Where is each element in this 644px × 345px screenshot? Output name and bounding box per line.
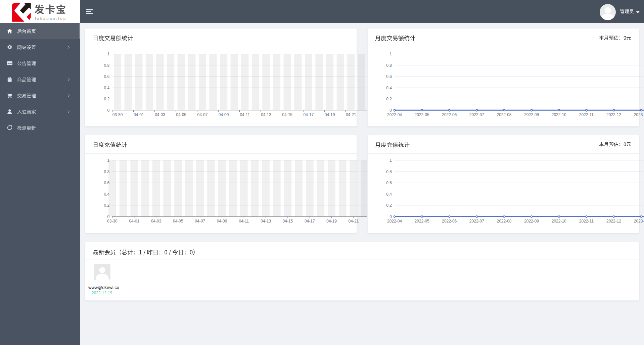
svg-text:04-15: 04-15 (282, 112, 292, 117)
svg-text:0: 0 (107, 108, 110, 113)
svg-text:2023-01: 2023-01 (634, 219, 644, 224)
svg-text:NEW: NEW (8, 62, 12, 64)
svg-text:1: 1 (107, 52, 110, 56)
svg-text:2022-07: 2022-07 (469, 112, 484, 117)
svg-text:0.2: 0.2 (104, 97, 110, 101)
svg-text:0.8: 0.8 (104, 63, 110, 68)
svg-text:2022-04: 2022-04 (387, 219, 402, 224)
svg-text:2022-04: 2022-04 (387, 112, 402, 117)
svg-text:0: 0 (389, 214, 392, 219)
svg-text:04-03: 04-03 (151, 219, 162, 224)
svg-text:03-30: 03-30 (107, 219, 118, 224)
svg-text:04-13: 04-13 (261, 112, 271, 117)
svg-text:0.8: 0.8 (386, 63, 392, 68)
svg-text:1: 1 (389, 52, 392, 56)
svg-text:04-21: 04-21 (349, 219, 359, 224)
svg-text:04-17: 04-17 (305, 219, 315, 224)
svg-text:0.6: 0.6 (386, 181, 392, 185)
svg-text:04-19: 04-19 (325, 112, 335, 117)
svg-text:04-15: 04-15 (283, 219, 293, 224)
svg-text:2022-05: 2022-05 (415, 219, 429, 224)
svg-text:04-21: 04-21 (346, 112, 356, 117)
svg-text:2022-12: 2022-12 (606, 219, 621, 224)
svg-text:2022-12: 2022-12 (606, 112, 621, 117)
svg-text:2022-10: 2022-10 (552, 219, 566, 224)
svg-text:2022-10: 2022-10 (552, 112, 566, 117)
svg-text:04-05: 04-05 (176, 112, 186, 117)
svg-text:2022-05: 2022-05 (415, 112, 429, 117)
svg-text:04-05: 04-05 (173, 219, 183, 224)
svg-text:1: 1 (107, 158, 110, 163)
svg-text:0.4: 0.4 (104, 86, 110, 90)
svg-text:0.6: 0.6 (104, 74, 110, 79)
svg-text:0.4: 0.4 (386, 192, 392, 197)
svg-text:2022-11: 2022-11 (579, 112, 594, 117)
svg-text:0.6: 0.6 (104, 181, 110, 185)
svg-text:04-11: 04-11 (240, 112, 250, 117)
svg-text:2022-08: 2022-08 (497, 219, 511, 224)
svg-text:2022-09: 2022-09 (524, 219, 539, 224)
svg-text:04-09: 04-09 (217, 219, 227, 224)
svg-text:2023-01: 2023-01 (634, 112, 644, 117)
svg-text:0.6: 0.6 (386, 74, 392, 79)
svg-text:2022-06: 2022-06 (442, 112, 457, 117)
svg-text:0.2: 0.2 (386, 203, 392, 208)
svg-text:04-07: 04-07 (197, 112, 208, 117)
svg-text:2022-11: 2022-11 (579, 219, 594, 224)
svg-text:04-01: 04-01 (134, 112, 144, 117)
svg-text:0.8: 0.8 (386, 169, 392, 174)
svg-text:04-19: 04-19 (326, 219, 337, 224)
svg-text:0: 0 (107, 214, 110, 219)
svg-text:04-13: 04-13 (261, 219, 271, 224)
svg-text:2022-08: 2022-08 (497, 112, 511, 117)
svg-text:2022-07: 2022-07 (469, 219, 484, 224)
svg-text:04-17: 04-17 (304, 112, 314, 117)
svg-text:0.2: 0.2 (386, 97, 392, 101)
svg-text:04-07: 04-07 (195, 219, 205, 224)
svg-text:2022-09: 2022-09 (524, 112, 539, 117)
svg-text:0.4: 0.4 (104, 192, 110, 197)
svg-text:0.8: 0.8 (104, 169, 110, 174)
svg-text:04-11: 04-11 (239, 219, 249, 224)
svg-text:2022-06: 2022-06 (442, 219, 457, 224)
svg-text:04-03: 04-03 (155, 112, 165, 117)
svg-text:0.2: 0.2 (104, 203, 110, 208)
svg-text:04-09: 04-09 (219, 112, 229, 117)
svg-text:0: 0 (389, 108, 392, 113)
svg-text:1: 1 (389, 158, 392, 163)
svg-text:04-01: 04-01 (129, 219, 139, 224)
svg-text:0.4: 0.4 (386, 86, 392, 90)
svg-text:03-30: 03-30 (112, 112, 123, 117)
